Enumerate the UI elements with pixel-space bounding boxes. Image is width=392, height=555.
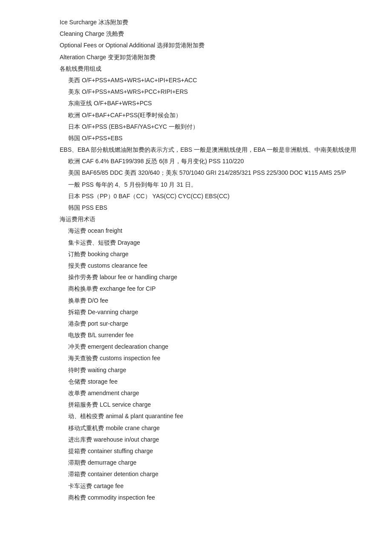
content-line: 拼箱服务费 LCL service charge <box>60 399 366 410</box>
content-line: 各航线费用组成 <box>60 64 366 74</box>
content-line: 美国 BAF65/85 DDC 美西 320/640；美东 570/1040 G… <box>60 168 366 178</box>
content-line: 美西 O/F+PSS+AMS+WRS+IAC+IPI+ERS+ACC <box>60 75 366 86</box>
content-line: 欧洲 CAF 6.4% BAF199/398 反恐 6(8 月，每月变化) PS… <box>60 156 366 167</box>
content-line: Ice Surcharge 冰冻附加费 <box>60 17 366 28</box>
content-line: 韩国 PSS EBS <box>60 202 366 213</box>
content-line: 换单费 D/O fee <box>60 295 366 306</box>
content-line: 滞箱费 container detention charge <box>60 469 366 480</box>
content-line: 海关查验费 customs inspection fee <box>60 353 366 364</box>
content-line: 一般 PSS 每年的 4、5 月份到每年 10 月 31 日。 <box>60 179 366 190</box>
content-line: 移动式重机费 mobile crane charge <box>60 423 366 434</box>
content-line: Optional Fees or Optional Additional 选择卸… <box>60 40 366 51</box>
content-line: 电放费 B/L surrender fee <box>60 330 366 341</box>
content-line: 提箱费 container stuffing charge <box>60 446 366 457</box>
content-line: 卡车运费 cartage fee <box>60 481 366 491</box>
content-line: 动、植检疫费 animal & plant quarantine fee <box>60 411 366 422</box>
content-line: 港杂费 port sur-charge <box>60 318 366 329</box>
content-line: 日本 PSS（PP）0 BAF（CC） YAS(CC) CYC(CC) EBS(… <box>60 191 366 202</box>
content-line: EBS、EBA 部分航线燃油附加费的表示方式，EBS 一般是澳洲航线使用，EBA… <box>60 145 366 155</box>
content-line: 商检换单费 exchange fee for CIP <box>60 283 366 294</box>
content-line: Cleaning Charge 洗舱费 <box>60 29 366 39</box>
content-line: 海运费 ocean freight <box>60 225 366 236</box>
content-line: 集卡运费、短驳费 Drayage <box>60 237 366 248</box>
content-line: 滞期费 demurrage charge <box>60 457 366 468</box>
content-line: 报关费 customs clearance fee <box>60 260 366 271</box>
content-line: 改单费 amendment charge <box>60 388 366 399</box>
content-line: 东南亚线 O/F+BAF+WRS+PCS <box>60 98 366 109</box>
content-line: 进出库费 warehouse in/out charge <box>60 434 366 445</box>
main-content: Ice Surcharge 冰冻附加费Cleaning Charge 洗舱费Op… <box>60 17 366 503</box>
content-line: 商检费 commodity inspection fee <box>60 492 366 503</box>
content-line: 冲关费 emergent declearation change <box>60 341 366 352</box>
content-line: 海运费用术语 <box>60 214 366 225</box>
content-line: 订舱费 booking charge <box>60 249 366 260</box>
content-line: 欧洲 O/F+BAF+CAF+PSS(旺季时候会加） <box>60 110 366 121</box>
content-line: 拆箱费 De-vanning charge <box>60 307 366 318</box>
content-line: 韩国 O/F+PSS+EBS <box>60 133 366 144</box>
content-line: 操作劳务费 labour fee or handling charge <box>60 272 366 283</box>
content-line: Alteration Charge 变更卸货港附加费 <box>60 52 366 63</box>
content-line: 仓储费 storage fee <box>60 376 366 387</box>
content-line: 日本 O/F+PSS (EBS+BAF/YAS+CYC 一般到付） <box>60 121 366 132</box>
content-line: 美东 O/F+PSS+AMS+WRS+PCC+RIPI+ERS <box>60 87 366 97</box>
content-line: 待时费 waiting charge <box>60 365 366 376</box>
